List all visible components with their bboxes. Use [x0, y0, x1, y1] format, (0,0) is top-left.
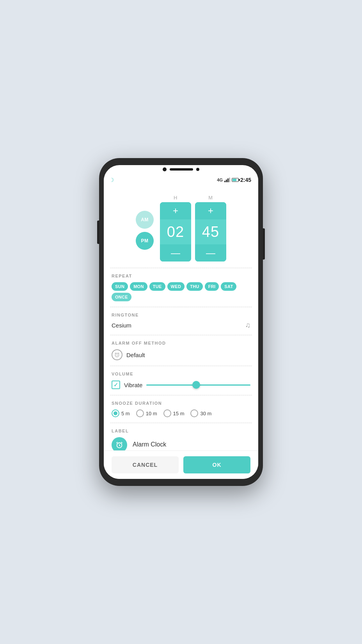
alarm-method-row[interactable]: Default [112, 349, 250, 360]
radio-5m-outer [112, 409, 119, 417]
radio-15m-outer [163, 409, 171, 417]
snooze-section: SNOOZE DURATION 5 m 10 m 15 m [104, 395, 258, 423]
music-note-icon: ♫ [245, 321, 251, 329]
day-sat[interactable]: SAT [221, 282, 236, 291]
moon-icon: ☽ [109, 177, 114, 183]
snooze-15m[interactable]: 15 m [163, 409, 185, 417]
status-bar: ☽ 4G 2:45 [104, 173, 258, 187]
volume-slider-wrap[interactable] [146, 380, 250, 390]
alarm-off-section: ALARM OFF METHOD Default [104, 335, 258, 366]
ringtone-name: Cesium [112, 322, 131, 329]
signal-bar-2 [226, 180, 227, 182]
volume-slider-thumb[interactable] [192, 381, 200, 389]
hour-decrement-button[interactable]: — [160, 244, 191, 262]
status-right: 4G 2:45 [217, 177, 251, 183]
notch-area [104, 165, 258, 173]
signal-bar-1 [224, 181, 225, 182]
svg-line-4 [117, 442, 118, 443]
alarm-method-text: Default [126, 352, 145, 358]
label-row [112, 437, 250, 450]
ok-button[interactable]: OK [183, 456, 250, 473]
volume-label: VOLUME [112, 372, 250, 376]
checkmark-icon: ✓ [114, 382, 118, 388]
am-pm-selector: AM PM [136, 211, 154, 250]
phone-shell: ☽ 4G 2:45 AM [99, 158, 263, 486]
repeat-label: REPEAT [112, 274, 250, 278]
main-content: AM PM H + 02 — M [104, 187, 258, 450]
alarm-label-input[interactable] [132, 439, 250, 450]
snooze-label: SNOOZE DURATION [112, 401, 250, 406]
hour-value: 02 [160, 219, 191, 244]
minute-column-wrap: M + 45 — [195, 195, 226, 262]
radio-5m-inner [114, 411, 117, 415]
bottom-buttons: CANCEL OK [104, 450, 258, 479]
minute-label: M [208, 195, 213, 201]
time-picker-section: AM PM H + 02 — M [104, 187, 258, 268]
hour-column-wrap: H + 02 — [160, 195, 191, 262]
battery-icon [232, 178, 239, 182]
battery-fill [232, 179, 237, 181]
vibrate-label: Vibrate [124, 382, 142, 388]
svg-line-2 [118, 353, 119, 354]
ringtone-section: RINGTONE Cesium ♫ [104, 307, 258, 335]
pm-button[interactable]: PM [136, 232, 154, 250]
snooze-30m[interactable]: 30 m [190, 409, 211, 417]
snooze-5m-label: 5 m [121, 411, 130, 416]
volume-slider-track [146, 384, 250, 386]
camera-dot [163, 167, 167, 171]
alarm-clock-icon [112, 349, 122, 360]
day-wed[interactable]: WED [167, 282, 185, 291]
speaker-bar [170, 168, 193, 171]
volume-row: ✓ Vibrate [112, 380, 250, 390]
clock-time: 2:45 [240, 177, 251, 183]
day-once[interactable]: ONCE [112, 293, 131, 301]
snooze-10m-label: 10 m [146, 411, 157, 416]
snooze-30m-label: 30 m [200, 411, 211, 416]
repeat-section: REPEAT SUN MON TUE WED THU FRI SAT ONCE [104, 268, 258, 307]
volume-section: VOLUME ✓ Vibrate [104, 366, 258, 395]
hour-increment-button[interactable]: + [160, 202, 191, 219]
hour-column: + 02 — [160, 202, 191, 262]
radio-10m-outer [136, 409, 144, 417]
snooze-5m[interactable]: 5 m [112, 409, 130, 417]
label-section: LABEL [104, 423, 258, 450]
signal-bars [224, 178, 230, 182]
day-fri[interactable]: FRI [205, 282, 219, 291]
minute-decrement-button[interactable]: — [195, 244, 226, 262]
status-left: ☽ [109, 177, 114, 183]
signal-bar-4 [229, 178, 230, 182]
alarm-off-label: ALARM OFF METHOD [112, 341, 250, 345]
ringtone-label: RINGTONE [112, 313, 250, 317]
day-mon[interactable]: MON [130, 282, 147, 291]
day-thu[interactable]: THU [186, 282, 203, 291]
cancel-button[interactable]: CANCEL [112, 456, 179, 473]
minute-increment-button[interactable]: + [195, 202, 226, 219]
signal-bar-3 [227, 178, 229, 182]
snooze-15m-label: 15 m [173, 411, 185, 416]
signal-label: 4G [217, 178, 223, 182]
am-button[interactable]: AM [136, 211, 154, 229]
svg-line-1 [115, 353, 116, 354]
phone-screen: ☽ 4G 2:45 AM [104, 165, 258, 479]
minute-column: + 45 — [195, 202, 226, 262]
day-tue[interactable]: TUE [149, 282, 165, 291]
minute-value: 45 [195, 219, 226, 244]
vibrate-checkbox[interactable]: ✓ [112, 381, 120, 389]
days-row: SUN MON TUE WED THU FRI SAT ONCE [112, 282, 250, 301]
svg-line-5 [121, 442, 122, 443]
label-section-label: LABEL [112, 429, 250, 433]
day-sun[interactable]: SUN [112, 282, 128, 291]
snooze-options: 5 m 10 m 15 m 30 m [112, 409, 250, 417]
ringtone-row[interactable]: Cesium ♫ [112, 321, 250, 329]
radio-30m-outer [190, 409, 198, 417]
sensor-dot [196, 168, 199, 171]
hour-label: H [174, 195, 177, 201]
time-columns: H + 02 — M + 45 — [160, 195, 226, 262]
alarm-icon-badge [112, 437, 127, 450]
snooze-10m[interactable]: 10 m [136, 409, 157, 417]
